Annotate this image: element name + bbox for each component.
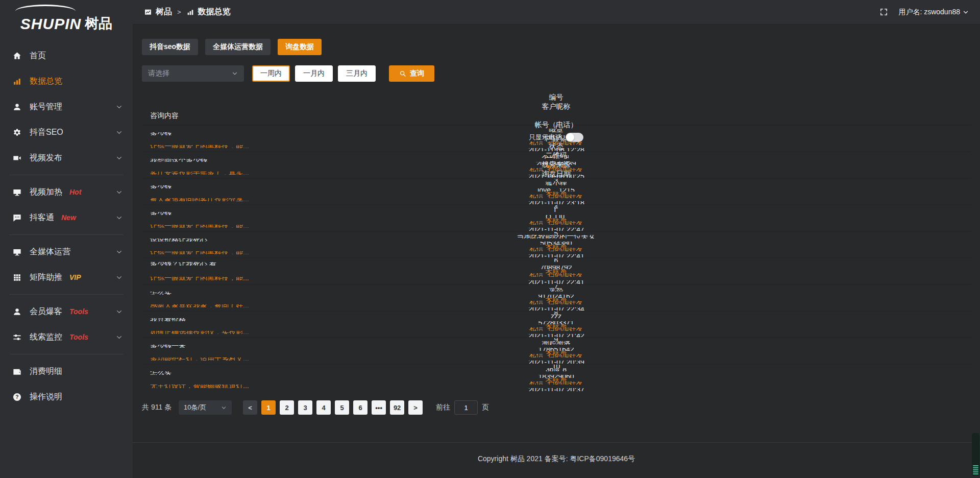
page-button-4[interactable]: 4 (316, 400, 331, 415)
cell-date: 2021-11-08 12:28 (142, 148, 971, 151)
page-button-5[interactable]: 5 (335, 400, 349, 415)
page-button-2[interactable]: 2 (280, 400, 294, 415)
grid-icon (12, 273, 22, 282)
page-button-6[interactable]: 6 (353, 400, 368, 415)
tab-inquiry-data[interactable]: 询盘数据 (278, 39, 322, 55)
data-tabs: 抖音seo数据全媒体运营数据询盘数据 (142, 39, 971, 55)
range-button-week[interactable]: 一周内 (252, 65, 290, 82)
scan-add-friend-link[interactable]: 扫码加好友 (548, 273, 583, 277)
user-label: 用户名: zswodun88 (898, 8, 960, 17)
cell-source: 让你一眼就爱上的黑科技，能... (142, 277, 971, 280)
logo-arc (15, 5, 76, 11)
sidebar-item-sliders[interactable]: 线索监控 Tools (0, 324, 133, 350)
sidebar-item-label: 抖客通 (30, 212, 54, 223)
sidebar-item-video[interactable]: 视频发布 (0, 145, 133, 171)
breadcrumb-current[interactable]: 数据总览 (198, 7, 231, 17)
app-logo: SHUPIN 树品 (0, 0, 133, 38)
fullscreen-icon[interactable] (879, 8, 888, 16)
user2-icon (12, 307, 22, 317)
sidebar-item-home[interactable]: 首页 (0, 43, 133, 68)
total-count: 共 911 条 (142, 403, 172, 412)
page-button-3[interactable]: 3 (298, 400, 312, 415)
sidebar-item-chart[interactable]: 数据总览 (0, 68, 133, 94)
search-button[interactable]: 查询 (389, 65, 434, 82)
floating-widget[interactable] (972, 433, 979, 476)
sidebar-divider (9, 294, 124, 295)
question-icon (12, 392, 22, 402)
monitor-icon (12, 187, 22, 197)
chevron-down-icon (116, 104, 122, 110)
sidebar-item-monitor[interactable]: 视频加热 Hot (0, 179, 133, 205)
chevron-down-icon (116, 155, 122, 161)
table-row: 2 不可一世 我想问这个多少钱 2097344839 未联系 私信 扫码加好友 … (142, 152, 971, 179)
sidebar-item-question[interactable]: 操作说明 (0, 384, 133, 410)
table-row: 9 潮起潮落 多少钱一米 178651642 未联系 私信 扫码加好友 多功能护… (142, 338, 971, 365)
range-button-quarter[interactable]: 三月内 (338, 65, 376, 82)
breadcrumb-root[interactable]: 树品 (156, 7, 172, 17)
col-header-content: 咨询内容 (142, 111, 971, 121)
sidebar-item-label: 消费明细 (30, 366, 62, 377)
sidebar-item-label: 视频加热 (30, 187, 62, 198)
chevron-down-icon (116, 189, 122, 196)
sidebar-item-user[interactable]: 账号管理 (0, 94, 133, 119)
range-button-month[interactable]: 一月内 (295, 65, 333, 82)
home-icon (12, 51, 22, 61)
chevron-down-icon (963, 9, 969, 15)
header-right: 用户名: zswodun88 (879, 8, 969, 17)
phone-only-toggle[interactable] (566, 133, 583, 142)
sidebar-item-label: 会员爆客 (30, 306, 62, 317)
sidebar-item-chat[interactable]: 抖客通 New (0, 205, 133, 230)
sidebar-divider (9, 354, 124, 354)
range-label: 三月内 (346, 69, 368, 78)
filter-bar: 请选择 一周内一月内三月内 查询 (142, 65, 971, 82)
table-row: 8 zzz 我只看价格 572803371 未联系 私信 扫码加好友 如何正确选… (142, 312, 971, 338)
monitor2-icon (12, 247, 22, 257)
sidebar-item-user2[interactable]: 会员爆客 Tools (0, 299, 133, 324)
cell-status: 未联系 (142, 269, 971, 273)
chevron-down-icon (116, 249, 122, 255)
cell-date: 2021-11-08 00:25 (142, 175, 971, 178)
col-header-nickname: 客户昵称 (142, 102, 971, 111)
sidebar-divider (9, 175, 124, 175)
tab-douyin-seo-data[interactable]: 抖音seo数据 (142, 39, 198, 55)
sidebar-item-label: 操作说明 (30, 392, 62, 402)
sidebar-item-gear[interactable]: 抖音SEO (0, 119, 133, 145)
breadcrumb-separator: > (176, 8, 183, 16)
tab-media-ops-data[interactable]: 全媒体运营数据 (205, 39, 271, 55)
sidebar-item-wallet[interactable]: 消费明细 (0, 358, 133, 384)
user-dropdown[interactable]: 用户名: zswodun88 (898, 8, 969, 17)
sidebar-item-label: 线索监控 (30, 332, 62, 343)
sidebar-item-grid[interactable]: 矩阵助推 VIP (0, 265, 133, 290)
cell-date: 2021-11-07 20:39 (142, 361, 971, 364)
table-row: 3 狐小狸 多少钱 love__1215 未联系 私信 扫码加好友 被大家追着问… (142, 179, 971, 205)
page-button-92[interactable]: 92 (390, 400, 404, 415)
cell-date: 2021-11-07 22:41 (142, 254, 971, 257)
prev-page-button[interactable]: < (243, 400, 257, 415)
page-size-select[interactable]: 10条/页 (179, 400, 232, 415)
goto-page-input[interactable] (454, 400, 478, 415)
page-buttons: < 123456•••92 > (243, 400, 423, 415)
private-message-link[interactable]: 私信 (529, 273, 544, 277)
table-row: 4 L 多少钱 Q_Liu. 未联系 私信 扫码加好友 让你一眼就爱上的黑科技，… (142, 205, 971, 232)
chevron-down-icon (116, 274, 122, 281)
cell-num: 6 (142, 258, 971, 262)
page-button-1[interactable]: 1 (261, 400, 276, 415)
cell-date: 2021-11-07 22:41 (142, 280, 971, 284)
sidebar-item-monitor2[interactable]: 全媒体运营 (0, 239, 133, 265)
source-link[interactable]: 让你一眼就爱上的黑科技，能... (150, 277, 249, 280)
sidebar-item-label: 视频发布 (30, 153, 62, 163)
main-area: 树品 > 数据总览 用户名: zswodun88 抖音seo数据全媒体运营数据询… (133, 0, 980, 478)
board-icon (144, 8, 152, 16)
account-select[interactable]: 请选择 (142, 65, 244, 82)
gear-icon (12, 128, 22, 137)
top-header: 树品 > 数据总览 用户名: zswodun88 (133, 0, 980, 25)
search-button-label: 查询 (410, 69, 424, 78)
cell-date: 2021-11-07 22:34 (142, 307, 971, 310)
video-icon (12, 153, 22, 163)
logo-text-en: SHUPIN (20, 15, 81, 33)
page-button-more[interactable]: ••• (372, 400, 386, 415)
table-row: 5 当地比较能吃的一位美女 说说价格让我死心 50534380 未联系 私信 扫… (142, 232, 971, 258)
table-row: 1 哦章 多少钱 9583810 已联系 私信 扫码加好友 让你一眼就爱上的黑科… (142, 126, 971, 152)
next-page-button[interactable]: > (408, 400, 423, 415)
breadcrumb: 树品 > 数据总览 (144, 7, 231, 17)
